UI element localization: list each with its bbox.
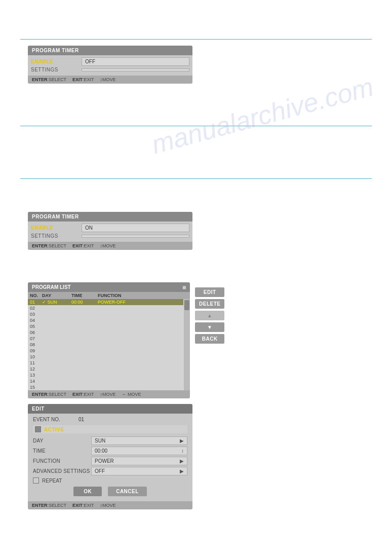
panel2-footer: ENTER:SELECT EXIT:EXIT ↕MOVE — [28, 242, 192, 250]
edit-function-value[interactable]: POWER ▶ — [91, 457, 187, 465]
panel1-enable-label: ENABLE — [31, 59, 82, 64]
list-item[interactable]: 01✓ SUN00:00POWER-OFF — [28, 299, 183, 305]
up-button[interactable]: ▲ — [195, 311, 224, 320]
panel2-footer-move: ↕MOVE — [100, 243, 116, 248]
day-arrow-icon: ▶ — [180, 438, 184, 444]
list-item[interactable]: 03 — [28, 311, 183, 317]
edit-time-value[interactable]: 00:00 ↕ — [91, 447, 187, 455]
list-item[interactable]: 05 — [28, 323, 183, 329]
pl-body: 01✓ SUN00:00POWER-OFF0203040506070809101… — [28, 299, 190, 390]
edit-advanced-value[interactable]: OFF ▶ — [91, 467, 187, 475]
panel2-settings-value — [82, 235, 189, 238]
repeat-checkbox[interactable] — [33, 477, 39, 484]
panel2-enable-value: ON — [82, 224, 189, 232]
function-arrow-icon: ▶ — [180, 458, 184, 464]
down-button[interactable]: ▼ — [195, 322, 224, 332]
pl-col-func: FUNCTION — [98, 293, 188, 298]
divider-3 — [20, 178, 372, 179]
edit-body: EVENT NO. 01 ACTIVE DAY SUN ▶ TIME 00:00… — [28, 414, 192, 501]
pl-footer: ENTER:SELECT EXIT:EXIT ↕MOVE ↔ MOVE — [28, 390, 190, 398]
cancel-button[interactable]: CANCEL — [108, 487, 147, 496]
list-item[interactable]: 09 — [28, 348, 183, 354]
edit-button[interactable]: EDIT — [195, 287, 224, 297]
list-item[interactable]: 14 — [28, 378, 183, 384]
active-checkbox[interactable] — [35, 426, 41, 432]
edit-event-label: EVENT NO. — [33, 417, 79, 422]
program-timer-panel-2: PROGRAM TIMER ENABLE ON SETTINGS ENTER:S… — [28, 212, 192, 250]
pl-footer-move2: ↔ MOVE — [122, 392, 141, 397]
pl-col-time: TIME — [71, 293, 98, 298]
program-timer-panel-1: PROGRAM TIMER ENABLE OFF SETTINGS ENTER:… — [28, 46, 192, 84]
delete-button[interactable]: DELETE — [195, 299, 224, 309]
panel1-enable-row: ENABLE OFF — [31, 57, 189, 66]
edit-function-row: FUNCTION POWER ▶ — [33, 457, 187, 465]
pl-title: PROGRAM LIST — [32, 284, 71, 290]
list-item[interactable]: 10 — [28, 354, 183, 360]
edit-panel: EDIT EVENT NO. 01 ACTIVE DAY SUN ▶ TIME … — [28, 404, 192, 509]
panel2-settings-label: SETTINGS — [31, 233, 82, 239]
panel2-enable-label: ENABLE — [31, 225, 82, 231]
edit-event-row: EVENT NO. 01 — [33, 417, 187, 422]
repeat-row: REPEAT — [33, 477, 187, 484]
panel1-body: ENABLE OFF SETTINGS — [28, 55, 192, 76]
edit-footer-move: ↕MOVE — [100, 503, 116, 508]
panel2-footer-exit: EXIT:EXIT — [72, 243, 94, 248]
edit-buttons-row: OK CANCEL — [33, 487, 187, 496]
edit-title: EDIT — [32, 406, 45, 412]
panel1-settings-row: SETTINGS — [31, 67, 189, 72]
list-item[interactable]: 08 — [28, 342, 183, 348]
panel1-header: PROGRAM TIMER — [28, 46, 192, 55]
edit-advanced-label: ADVANCED SETTINGS — [33, 468, 91, 474]
edit-time-label: TIME — [33, 448, 91, 454]
edit-day-row: DAY SUN ▶ — [33, 436, 187, 445]
list-item[interactable]: 06 — [28, 329, 183, 336]
active-label: ACTIVE — [44, 427, 64, 432]
pl-col-headers: NO. DAY TIME FUNCTION — [28, 292, 190, 299]
edit-day-value[interactable]: SUN ▶ — [91, 436, 187, 445]
active-row: ACTIVE — [33, 425, 187, 433]
panel2-header: PROGRAM TIMER — [28, 212, 192, 221]
panel2-title: PROGRAM TIMER — [32, 214, 79, 219]
program-list-panel: PROGRAM LIST ◼ NO. DAY TIME FUNCTION 01✓… — [28, 282, 190, 398]
edit-footer: ENTER:SELECT EXIT:EXIT ↕MOVE — [28, 501, 192, 509]
repeat-label: REPEAT — [42, 478, 62, 484]
panel1-title: PROGRAM TIMER — [32, 48, 79, 53]
panel2-enable-row: ENABLE ON — [31, 224, 189, 232]
divider-1 — [20, 39, 372, 40]
panel2-footer-enter: ENTER:SELECT — [32, 243, 66, 248]
divider-2 — [20, 126, 372, 126]
list-item[interactable]: 13 — [28, 372, 183, 378]
edit-footer-exit: EXIT:EXIT — [72, 503, 94, 508]
list-item[interactable]: 11 — [28, 360, 183, 366]
list-item[interactable]: 12 — [28, 366, 183, 372]
panel1-footer-enter: ENTER:SELECT — [32, 77, 66, 82]
panel2-body: ENABLE ON SETTINGS — [28, 221, 192, 242]
edit-advanced-row: ADVANCED SETTINGS OFF ▶ — [33, 467, 187, 475]
list-item[interactable]: 15 — [28, 384, 183, 390]
list-item[interactable]: 04 — [28, 317, 183, 323]
pl-side-buttons: EDIT DELETE ▲ ▼ BACK — [195, 287, 224, 344]
pl-footer-exit: EXIT:EXIT — [72, 392, 94, 397]
panel1-settings-label: SETTINGS — [31, 67, 82, 72]
pl-col-day: DAY — [42, 293, 71, 298]
watermark: manualarchive.com — [148, 72, 376, 160]
edit-function-label: FUNCTION — [33, 458, 91, 464]
panel2-settings-row: SETTINGS — [31, 233, 189, 239]
time-arrow-icon: ↕ — [181, 448, 184, 454]
edit-footer-enter: ENTER:SELECT — [32, 503, 66, 508]
edit-header: EDIT — [28, 404, 192, 414]
list-item[interactable]: 02 — [28, 305, 183, 311]
panel1-footer: ENTER:SELECT EXIT:EXIT ↕MOVE — [28, 76, 192, 84]
panel1-enable-value: OFF — [82, 57, 189, 66]
pl-footer-move: ↕MOVE — [100, 392, 116, 397]
back-button[interactable]: BACK — [195, 334, 224, 344]
panel1-footer-exit: EXIT:EXIT — [72, 77, 94, 82]
pl-footer-enter: ENTER:SELECT — [32, 392, 66, 397]
edit-day-label: DAY — [33, 438, 91, 444]
edit-event-value: 01 — [79, 417, 84, 422]
ok-button[interactable]: OK — [73, 487, 102, 496]
pl-header: PROGRAM LIST ◼ — [28, 282, 190, 292]
panel1-footer-move: ↕MOVE — [100, 77, 116, 82]
list-item[interactable]: 07 — [28, 336, 183, 342]
pl-page-icon: ◼ — [182, 285, 186, 290]
